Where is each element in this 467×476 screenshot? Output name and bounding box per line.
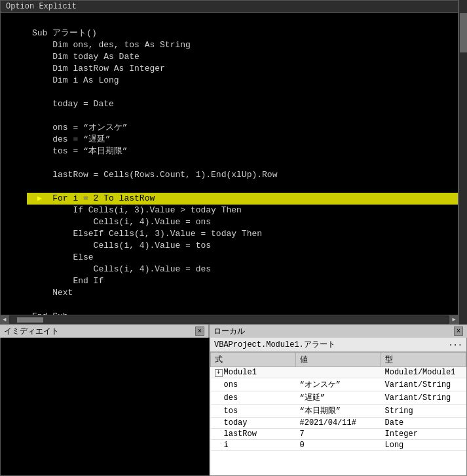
immediate-label: イミディエイト <box>4 326 59 337</box>
var-value-cell: “オンスケ” <box>296 378 381 391</box>
table-row: des “遅延” Variant/String <box>211 391 466 405</box>
code-line-16: If Cells(i, 3).Value > today Then <box>27 205 458 216</box>
local-variables-table: 式 値 型 +Module1 Module1/Module1 ons “オンスケ… <box>210 352 466 451</box>
code-line-24 <box>27 299 458 311</box>
code-line-18: ElseIf Cells(i, 3).Value = today Then <box>27 228 458 240</box>
code-line-5: Dim i As Long <box>27 75 458 87</box>
code-line-20: Else <box>27 252 458 264</box>
scroll-right-button[interactable]: ► <box>449 315 458 325</box>
var-name-cell: tos <box>211 405 296 418</box>
module-value-cell <box>296 367 381 378</box>
horizontal-scrollbar[interactable]: ◄ ► <box>0 315 458 324</box>
code-line-22: End If <box>27 275 458 287</box>
code-line-4: Dim lastRow As Integer <box>27 63 458 75</box>
var-value-cell: 7 <box>296 429 381 440</box>
var-type-cell: Variant/String <box>381 378 466 391</box>
local-dots: ... <box>448 339 462 348</box>
table-row: today #2021/04/11# Date <box>211 418 466 429</box>
col-value: 値 <box>296 353 381 367</box>
table-row: lastRow 7 Integer <box>211 429 466 440</box>
table-row: i 0 Long <box>211 440 466 451</box>
var-type-cell: Variant/String <box>381 391 466 405</box>
code-content[interactable]: Sub アラート() Dim ons, des, tos As String D… <box>1 13 458 325</box>
code-line-0 <box>27 16 458 28</box>
local-panel[interactable]: VBAProject.Module1.アラート ... 式 値 型 +Modul… <box>210 338 467 476</box>
var-name-cell: i <box>211 440 296 451</box>
code-editor[interactable]: Option Explicit Sub アラート() Dim ons, des,… <box>0 0 458 325</box>
panel-labels: イミディエイト × ローカル × <box>0 325 467 338</box>
local-panel-label: ローカル × <box>210 325 467 338</box>
execution-arrow: ▶ <box>37 193 42 205</box>
var-name-cell: ons <box>211 378 296 391</box>
var-value-cell: #2021/04/11# <box>296 418 381 429</box>
code-line-14 <box>27 181 458 193</box>
var-name-cell: lastRow <box>211 429 296 440</box>
bottom-panels: VBAProject.Module1.アラート ... 式 値 型 +Modul… <box>0 338 467 476</box>
option-bar: Option Explicit <box>1 1 458 13</box>
local-header: VBAProject.Module1.アラート ... <box>210 338 466 352</box>
module-name-cell: +Module1 <box>211 367 296 378</box>
col-type: 型 <box>381 353 466 367</box>
scroll-left-button[interactable]: ◄ <box>0 315 9 325</box>
code-line-2: Dim ons, des, tos As String <box>27 39 458 51</box>
code-line-21: Cells(i, 4).Value = des <box>27 264 458 275</box>
var-type-cell: Integer <box>381 429 466 440</box>
code-line-15: ▶ For i = 2 To lastRow <box>27 193 458 205</box>
code-line-10: des = “遅延” <box>27 134 458 146</box>
expand-icon[interactable]: + <box>215 369 223 377</box>
code-line-8 <box>27 110 458 122</box>
code-line-9: ons = “オンスケ” <box>27 122 458 134</box>
table-row-module: +Module1 Module1/Module1 <box>211 367 466 378</box>
col-expression: 式 <box>211 353 296 367</box>
code-line-13: lastRow = Cells(Rows.Count, 1).End(xlUp)… <box>27 169 458 181</box>
table-row: ons “オンスケ” Variant/String <box>211 378 466 391</box>
scrollbar-thumb[interactable] <box>460 13 467 52</box>
var-value-cell: “本日期限” <box>296 405 381 418</box>
immediate-panel[interactable] <box>0 338 210 476</box>
var-name-cell: today <box>211 418 296 429</box>
code-line-1: Sub アラート() <box>27 28 458 39</box>
immediate-panel-label: イミディエイト × <box>0 325 210 338</box>
module-type-cell: Module1/Module1 <box>381 367 466 378</box>
code-line-7: today = Date <box>27 98 458 110</box>
hscroll-track[interactable] <box>10 317 448 323</box>
code-line-3: Dim today As Date <box>27 51 458 63</box>
local-close-button[interactable]: × <box>454 327 463 336</box>
var-name-cell: des <box>211 391 296 405</box>
hscroll-thumb[interactable] <box>17 317 43 323</box>
code-line-17: Cells(i, 4).Value = ons <box>27 216 458 228</box>
var-value-cell: 0 <box>296 440 381 451</box>
code-line-11: tos = “本日期限” <box>27 146 458 157</box>
table-row: tos “本日期限” String <box>211 405 466 418</box>
code-line-23: Next <box>27 287 458 299</box>
local-label: ローカル <box>214 326 245 337</box>
var-value-cell: “遅延” <box>296 391 381 405</box>
code-line-6 <box>27 87 458 98</box>
var-type-cell: Long <box>381 440 466 451</box>
immediate-close-button[interactable]: × <box>195 327 204 336</box>
var-type-cell: String <box>381 405 466 418</box>
code-line-19: Cells(i, 4).Value = tos <box>27 240 458 252</box>
vertical-scrollbar[interactable] <box>458 0 467 325</box>
var-type-cell: Date <box>381 418 466 429</box>
local-title: VBAProject.Module1.アラート <box>214 340 335 349</box>
code-line-12 <box>27 157 458 169</box>
